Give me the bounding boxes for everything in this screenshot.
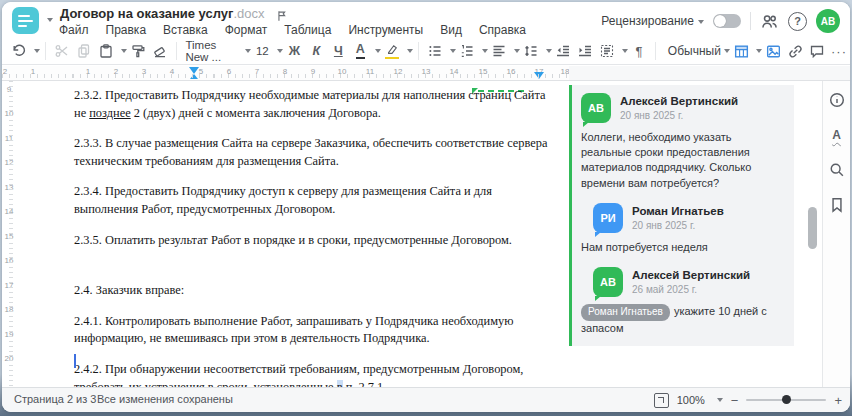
- paragraph-settings-caret-icon[interactable]: [622, 49, 628, 53]
- menu-file[interactable]: Файл: [59, 23, 89, 37]
- paragraph-2-3-3: 2.3.3. В случае размещения Сайта на серв…: [74, 135, 548, 170]
- paragraph-2-3-5: 2.3.5. Оплатить результат Работ в порядк…: [74, 232, 548, 250]
- paragraph-2-4: 2.4. Заказчик вправе:: [74, 282, 548, 300]
- align-caret-icon[interactable]: [514, 49, 520, 53]
- right-indent-marker[interactable]: [534, 72, 544, 79]
- highlight-color-button[interactable]: [382, 40, 402, 62]
- zoom-in-button[interactable]: +: [834, 394, 842, 407]
- bullet-list-button[interactable]: [425, 40, 445, 62]
- font-color-caret-icon[interactable]: [375, 49, 381, 53]
- line-spacing-caret-icon[interactable]: [546, 49, 552, 53]
- font-size-caret-icon[interactable]: [277, 49, 283, 53]
- spellcheck-icon[interactable]: А: [826, 124, 848, 146]
- app-window: Договор на оказание услуг.docx Файл Прав…: [2, 2, 850, 412]
- highlight-caret-icon[interactable]: [407, 49, 413, 53]
- numbered-list-caret-icon[interactable]: [482, 49, 488, 53]
- bullet-list-caret-icon[interactable]: [450, 49, 456, 53]
- zoom-level[interactable]: 100%: [677, 394, 705, 406]
- decrease-indent-button[interactable]: [553, 40, 573, 62]
- document-page[interactable]: 2.3.2. Предоставить Подрядчику необходим…: [74, 87, 548, 388]
- paste-button[interactable]: [96, 40, 116, 62]
- first-line-indent-marker[interactable]: [189, 67, 199, 74]
- paragraph-settings-button[interactable]: [597, 40, 617, 62]
- menu-help[interactable]: Справка: [479, 23, 526, 37]
- document-title-text: Договор на оказание услуг: [60, 6, 233, 21]
- line-spacing-button[interactable]: [521, 40, 541, 62]
- bold-button[interactable]: Ж: [284, 40, 304, 62]
- info-icon[interactable]: [826, 89, 848, 111]
- zoom-slider-knob[interactable]: [782, 395, 791, 404]
- status-bar: Страница 2 из 3 Все изменения сохранены …: [2, 387, 850, 412]
- comments-panel: АВ Алексей Вертинский 20 янв 2025 г. Кол…: [569, 81, 810, 388]
- zoom-out-button[interactable]: −: [731, 394, 739, 407]
- comment-item[interactable]: АВ Алексей Вертинский 20 янв 2025 г. Кол…: [581, 93, 784, 191]
- font-name-caret-icon[interactable]: [245, 49, 251, 53]
- logo-caret-icon[interactable]: [47, 18, 53, 22]
- comment-date: 20 янв 2025 г.: [620, 110, 738, 121]
- copy-button[interactable]: [74, 40, 94, 62]
- undo-caret-icon[interactable]: [34, 49, 40, 53]
- font-size-select[interactable]: 12: [252, 40, 272, 62]
- align-button[interactable]: [489, 40, 509, 62]
- help-icon[interactable]: ?: [788, 12, 807, 31]
- review-toggle[interactable]: [713, 14, 741, 28]
- paste-caret-icon[interactable]: [121, 49, 127, 53]
- bookmark-icon[interactable]: [826, 194, 848, 216]
- comment-author: Роман Игнатьев: [632, 203, 724, 217]
- menu-bar: Файл Правка Вставка Формат Таблица Инстр…: [59, 23, 526, 37]
- review-mode-dropdown[interactable]: Рецензирование: [601, 14, 704, 28]
- paragraph-2-4-2: 2.4.2. При обнаружении несоответствий тр…: [74, 361, 548, 388]
- format-painter-button[interactable]: [128, 40, 148, 62]
- clear-formatting-eraser-button[interactable]: [150, 40, 170, 62]
- menu-edit[interactable]: Правка: [106, 23, 147, 37]
- menu-tools[interactable]: Инструменты: [348, 23, 423, 37]
- show-marks-button[interactable]: ¶: [629, 40, 649, 62]
- menu-insert[interactable]: Вставка: [163, 23, 208, 37]
- insert-comment-button[interactable]: [807, 40, 827, 62]
- underline-button[interactable]: Ч: [328, 40, 348, 62]
- increase-indent-button[interactable]: [575, 40, 595, 62]
- style-caret-icon[interactable]: [724, 49, 730, 53]
- document-editing-area[interactable]: 2.3.2. Предоставить Подрядчику необходим…: [16, 81, 569, 388]
- toolbar-more-button[interactable]: ···: [829, 40, 849, 62]
- comment-text: Нам потребуется неделя: [581, 240, 784, 255]
- app-logo-icon[interactable]: [12, 7, 39, 34]
- menu-view[interactable]: Вид: [440, 23, 462, 37]
- vertical-scrollbar-thumb[interactable]: [808, 207, 817, 249]
- commented-text: позднее: [89, 106, 130, 120]
- header: Договор на оказание услуг.docx Файл Прав…: [2, 2, 850, 38]
- user-avatar[interactable]: АВ: [816, 9, 840, 33]
- insert-table-button[interactable]: [731, 40, 751, 62]
- insert-image-button[interactable]: [763, 40, 783, 62]
- paragraph-style-select[interactable]: Обычный: [662, 40, 719, 62]
- fit-width-button[interactable]: [654, 393, 669, 408]
- menu-table[interactable]: Таблица: [284, 23, 331, 37]
- font-color-button[interactable]: А: [350, 40, 370, 62]
- italic-button[interactable]: К: [306, 40, 326, 62]
- review-caret-icon: [698, 20, 704, 24]
- comment-avatar: РИ: [593, 203, 623, 233]
- zoom-caret-icon[interactable]: [717, 398, 723, 402]
- collaboration-users-icon[interactable]: [760, 12, 779, 31]
- comment-avatar: АВ: [581, 93, 611, 123]
- vertical-ruler: 91011121314151617181920: [2, 81, 16, 388]
- insert-link-button[interactable]: [785, 40, 805, 62]
- comment-author: Алексей Вертинский: [620, 93, 738, 107]
- comment-reply-item[interactable]: АВ Алексей Вертинский 26 май 2025 г. Ром…: [593, 267, 784, 336]
- mention-chip[interactable]: Роман Игнатьев: [581, 304, 670, 321]
- menu-format[interactable]: Формат: [225, 23, 268, 37]
- insert-table-caret-icon[interactable]: [756, 49, 762, 53]
- numbered-list-button[interactable]: [457, 40, 477, 62]
- comment-author: Алексей Вертинский: [632, 267, 750, 281]
- comment-thread-card[interactable]: АВ Алексей Вертинский 20 янв 2025 г. Кол…: [569, 85, 794, 346]
- page-indicator[interactable]: Страница 2 из 3: [14, 393, 96, 405]
- zoom-slider[interactable]: [746, 399, 826, 401]
- cut-button[interactable]: [52, 40, 72, 62]
- search-icon[interactable]: [826, 159, 848, 181]
- undo-button[interactable]: [9, 40, 29, 62]
- font-name-select[interactable]: Times New ...: [182, 40, 240, 62]
- comment-reply-item[interactable]: РИ Роман Игнатьев 20 янв 2025 г. Нам пот…: [593, 203, 784, 255]
- header-right-controls: Рецензирование ? АВ: [601, 9, 840, 33]
- favorite-flag-icon[interactable]: [275, 9, 289, 23]
- left-indent-marker[interactable]: [190, 74, 198, 79]
